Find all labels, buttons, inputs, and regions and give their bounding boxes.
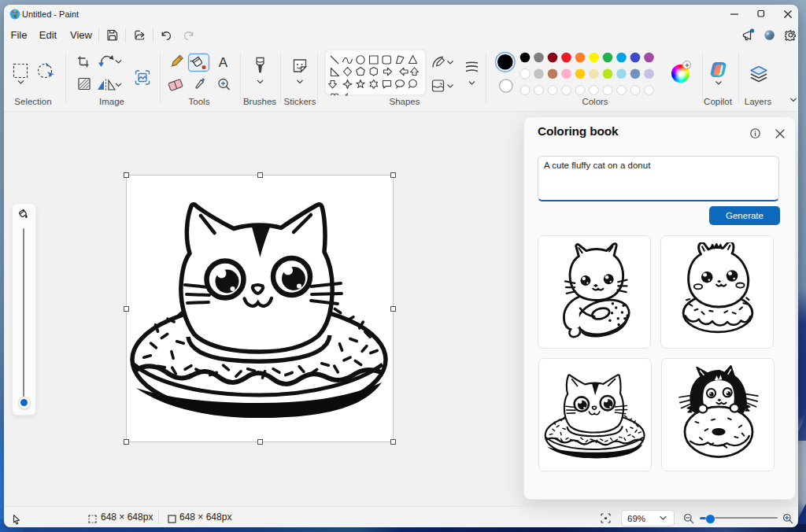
svg-text:Tools: Tools [189,97,210,106]
svg-text:Selection: Selection [14,97,51,106]
svg-text:Brushes: Brushes [243,97,276,106]
svg-text:Copilot: Copilot [704,97,733,106]
svg-text:Layers: Layers [745,97,772,106]
svg-text:A: A [219,55,228,70]
svg-text:Shapes: Shapes [389,97,420,106]
svg-text:Stickers: Stickers [284,97,316,106]
svg-text:Image: Image [99,97,124,106]
svg-text:Colors: Colors [582,97,608,106]
